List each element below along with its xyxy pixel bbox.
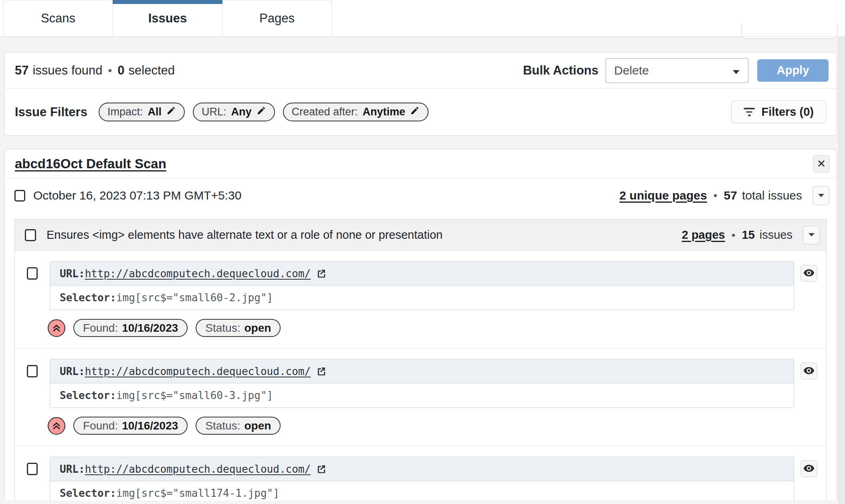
url-label: URL: xyxy=(60,365,85,377)
url-label: URL: xyxy=(60,463,85,475)
content-area: 57 issues found • 0 selected Bulk Action… xyxy=(0,37,845,504)
unique-pages-link[interactable]: 2 unique pages xyxy=(619,189,707,202)
scan-collapse-button[interactable] xyxy=(813,186,829,205)
selector-label: Selector: xyxy=(60,487,116,499)
issue-selector-line: Selector:img[src$="small60-3.jpg"] xyxy=(50,383,794,407)
found-label: Found: xyxy=(83,322,118,335)
edit-pencil-icon xyxy=(166,106,176,118)
view-issue-button[interactable] xyxy=(801,460,817,477)
issue-selector-line: Selector:img[src$="small174-1.jpg"] xyxy=(50,481,794,500)
scan-stats: 2 unique pages • 57 total issues xyxy=(619,186,829,205)
status-value: open xyxy=(244,419,271,432)
status-label: Status: xyxy=(205,322,240,335)
critical-impact-icon[interactable] xyxy=(48,319,65,337)
total-issues-label: total issues xyxy=(742,189,802,202)
filter-created-after-label: Created after: xyxy=(292,106,358,118)
filter-pill-created-after[interactable]: Created after: Anytime xyxy=(283,103,429,121)
tab-issues-label: Issues xyxy=(148,11,187,26)
separator-dot: • xyxy=(712,189,719,202)
external-link-icon[interactable] xyxy=(315,366,327,377)
issue-filters-row: Issue Filters Impact: All URL: Any xyxy=(4,89,837,135)
issue-details-box: URL:http://abcdcomputech.dequecloud.com/… xyxy=(50,261,794,310)
scan-checkbox[interactable] xyxy=(14,190,25,202)
vertical-scrollbar[interactable] xyxy=(838,37,845,504)
external-link-icon[interactable] xyxy=(315,268,327,279)
tab-issues[interactable]: Issues xyxy=(113,0,222,36)
tab-bar: Scans Issues Pages xyxy=(3,0,332,36)
issue-url-line: URL:http://abcdcomputech.dequecloud.com/ xyxy=(50,457,794,481)
filters-count-label: Filters (0) xyxy=(761,105,814,119)
group-collapse-button[interactable] xyxy=(803,226,820,244)
scan-title-link[interactable]: abcd16Oct Default Scan xyxy=(15,156,166,171)
chevron-down-icon xyxy=(808,232,815,238)
found-date-badge: Found: 10/16/2023 xyxy=(73,417,188,435)
bulk-actions-group: Bulk Actions Delete Apply xyxy=(523,58,829,83)
selector-value: img[src$="small60-3.jpg"] xyxy=(116,389,273,401)
issue-row-main: URL:http://abcdcomputech.dequecloud.com/… xyxy=(15,359,826,408)
tab-scans-label: Scans xyxy=(41,11,75,26)
selector-value: img[src$="small174-1.jpg"] xyxy=(116,487,279,499)
filter-lines-icon xyxy=(744,108,755,116)
view-issue-button[interactable] xyxy=(801,265,817,282)
tab-pages[interactable]: Pages xyxy=(222,0,332,36)
tab-scans[interactable]: Scans xyxy=(4,0,113,36)
issue-row: URL:http://abcdcomputech.dequecloud.com/… xyxy=(15,349,826,446)
chevron-down-icon xyxy=(818,193,825,199)
group-checkbox[interactable] xyxy=(25,229,36,241)
select-caret-icon xyxy=(732,64,740,77)
filters-count-button[interactable]: Filters (0) xyxy=(731,101,826,123)
selected-count: 0 xyxy=(117,63,124,78)
selected-label: selected xyxy=(129,63,175,78)
issue-badges: Found: 10/16/2023 Status: open xyxy=(48,417,826,435)
issues-found-summary: 57 issues found • 0 selected xyxy=(15,63,175,78)
page: Scans Issues Pages 57 issues found • 0 s… xyxy=(0,0,845,504)
bulk-actions-label: Bulk Actions xyxy=(523,63,598,78)
filter-url-label: URL: xyxy=(202,106,226,118)
issue-group-header: Ensures <img> elements have alternate te… xyxy=(15,220,826,251)
scan-date: October 16, 2023 07:13 PM GMT+5:30 xyxy=(33,189,241,202)
edit-pencil-icon xyxy=(257,106,266,118)
found-label: Found: xyxy=(83,419,118,432)
issue-group: Ensures <img> elements have alternate te… xyxy=(14,219,827,500)
issue-checkbox[interactable] xyxy=(27,365,38,377)
issue-details-box: URL:http://abcdcomputech.dequecloud.com/… xyxy=(50,359,794,408)
critical-impact-icon[interactable] xyxy=(48,417,65,435)
status-label: Status: xyxy=(205,419,240,432)
rule-description: Ensures <img> elements have alternate te… xyxy=(46,228,443,242)
issue-row-main: URL:http://abcdcomputech.dequecloud.com/… xyxy=(15,457,826,500)
scan-meta-row: October 16, 2023 07:13 PM GMT+5:30 2 uni… xyxy=(4,178,837,213)
issue-url-link[interactable]: http://abcdcomputech.dequecloud.com/ xyxy=(85,365,311,377)
issue-checkbox[interactable] xyxy=(27,463,38,475)
group-pages-link[interactable]: 2 pages xyxy=(682,228,725,242)
eye-icon xyxy=(803,267,815,280)
tab-pages-label: Pages xyxy=(259,11,295,26)
issue-row-main: URL:http://abcdcomputech.dequecloud.com/… xyxy=(15,261,826,310)
issue-row: URL:http://abcdcomputech.dequecloud.com/… xyxy=(15,251,826,349)
selector-value: img[src$="small60-2.jpg"] xyxy=(116,292,273,304)
filter-pill-impact[interactable]: Impact: All xyxy=(99,103,185,121)
issues-found-label: issues found xyxy=(32,63,102,78)
external-link-icon[interactable] xyxy=(315,464,327,475)
bulk-action-selected-value: Delete xyxy=(614,64,649,77)
filter-impact-value: All xyxy=(148,106,162,118)
issue-url-line: URL:http://abcdcomputech.dequecloud.com/ xyxy=(50,359,794,383)
group-issues-count: 15 xyxy=(742,228,755,242)
status-value: open xyxy=(244,322,271,335)
close-scan-button[interactable]: ✕ xyxy=(813,155,830,173)
apply-button[interactable]: Apply xyxy=(757,59,829,82)
found-date-badge: Found: 10/16/2023 xyxy=(73,319,188,337)
group-stats: 2 pages • 15 issues xyxy=(682,226,820,244)
found-value: 10/16/2023 xyxy=(122,419,178,432)
bulk-action-select[interactable]: Delete xyxy=(606,58,748,83)
view-issue-button[interactable] xyxy=(801,363,817,379)
status-badge: Status: open xyxy=(196,319,281,337)
issue-url-link[interactable]: http://abcdcomputech.dequecloud.com/ xyxy=(85,268,311,280)
close-icon: ✕ xyxy=(817,157,826,170)
issues-toolbar-card: 57 issues found • 0 selected Bulk Action… xyxy=(4,52,837,136)
filter-url-value: Any xyxy=(231,106,251,118)
found-value: 10/16/2023 xyxy=(122,322,178,335)
issue-checkbox[interactable] xyxy=(27,267,38,280)
filter-pill-url[interactable]: URL: Any xyxy=(193,103,275,121)
issue-url-link[interactable]: http://abcdcomputech.dequecloud.com/ xyxy=(85,463,311,475)
issue-url-line: URL:http://abcdcomputech.dequecloud.com/ xyxy=(50,262,794,286)
